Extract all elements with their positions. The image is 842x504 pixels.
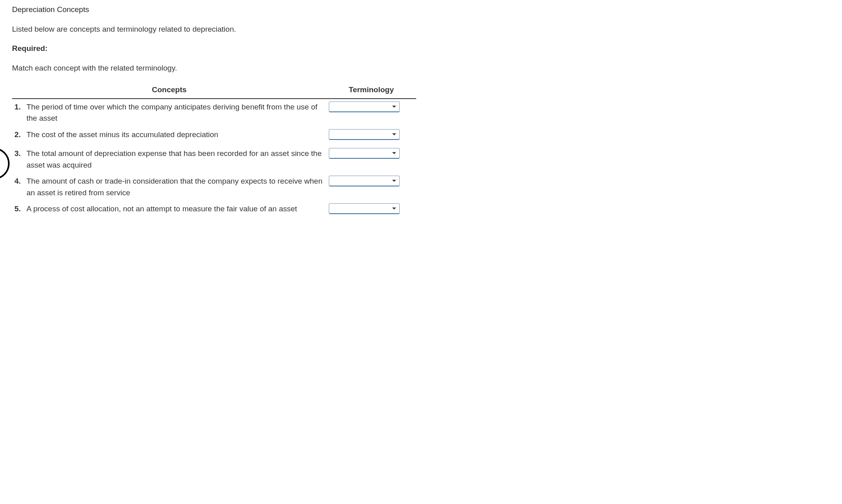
caret-down-icon	[392, 105, 396, 107]
caret-down-icon	[392, 208, 396, 210]
terminology-dropdown-2[interactable]	[329, 129, 400, 140]
table-row: 4. The amount of cash or trade-in consid…	[12, 173, 416, 201]
table-row: 5. A process of cost allocation, not an …	[12, 201, 416, 220]
required-label: Required:	[12, 43, 830, 55]
terminology-dropdown-1[interactable]	[329, 101, 400, 112]
table-row: 1. The period of time over which the com…	[12, 99, 416, 127]
concept-number: 2.	[14, 129, 24, 141]
table-row: 3. The total amount of depreciation expe…	[12, 146, 416, 173]
terminology-dropdown-4[interactable]	[329, 176, 400, 186]
concept-number: 3.	[14, 148, 24, 171]
concept-number: 5.	[14, 203, 24, 215]
page-title: Depreciation Concepts	[12, 4, 830, 16]
concept-text: The total amount of depreciation expense…	[26, 148, 324, 171]
instruction-text: Match each concept with the related term…	[12, 63, 830, 74]
concept-text: A process of cost allocation, not an att…	[26, 203, 324, 215]
concepts-table: Concepts Terminology 1. The period of ti…	[12, 82, 416, 220]
concept-text: The period of time over which the compan…	[26, 101, 324, 124]
concept-text: The amount of cash or trade-in considera…	[26, 176, 324, 198]
caret-down-icon	[392, 133, 396, 135]
decorative-arc	[0, 148, 10, 180]
concept-number: 4.	[14, 176, 24, 198]
intro-text: Listed below are concepts and terminolog…	[12, 24, 830, 35]
concept-number: 1.	[14, 101, 24, 124]
terminology-dropdown-3[interactable]	[329, 148, 400, 159]
table-row: 2. The cost of the asset minus its accum…	[12, 127, 416, 146]
header-concepts: Concepts	[12, 82, 326, 99]
caret-down-icon	[392, 180, 396, 182]
terminology-dropdown-5[interactable]	[329, 203, 400, 214]
concept-text: The cost of the asset minus its accumula…	[26, 129, 324, 141]
caret-down-icon	[392, 152, 396, 154]
header-terminology: Terminology	[326, 82, 416, 99]
